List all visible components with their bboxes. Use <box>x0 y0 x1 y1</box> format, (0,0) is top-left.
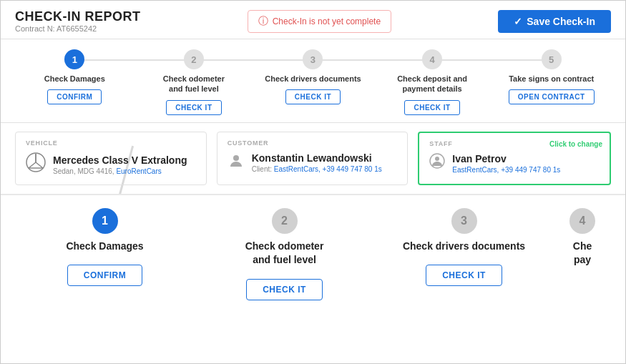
step-1-label: Check Damages <box>44 74 105 84</box>
lower-step-1-circle: 1 <box>92 208 118 234</box>
app-window: CHECK-IN REPORT Contract N: AT6655242 ⓘ … <box>0 0 626 364</box>
warning-text: Check-In is not yet complete <box>273 16 381 26</box>
step-5-circle: 5 <box>542 49 562 69</box>
customer-card-label: CUSTOMER <box>228 139 398 147</box>
lower-step-2-button[interactable]: CHECK IT <box>246 279 323 300</box>
step-2-label: Check odometerand fuel level <box>163 74 225 94</box>
lower-step-2-circle: 2 <box>272 208 298 234</box>
vehicle-card: VEHICLE Mercedes Class V Extralong Sedan… <box>15 132 207 185</box>
step-3-circle: 3 <box>303 49 323 69</box>
customer-card-content: Konstantin Lewandowski Client: EastRentC… <box>228 152 398 174</box>
vehicle-card-content: Mercedes Class V Extralong Sedan, MDG 44… <box>26 152 196 177</box>
save-label: Save Check-In <box>527 16 595 27</box>
customer-card: CUSTOMER Konstantin Lewandowski Client: … <box>217 132 409 185</box>
checkmark-icon: ✓ <box>514 16 522 27</box>
step-1-circle: 1 <box>64 49 84 69</box>
step-2-circle: 2 <box>184 49 204 69</box>
incomplete-warning: ⓘ Check-In is not yet complete <box>248 10 391 33</box>
step-3-label: Check drivers documents <box>265 74 361 84</box>
header-center: ⓘ Check-In is not yet complete <box>248 10 391 33</box>
lower-step-3-button[interactable]: CHECK IT <box>426 265 502 286</box>
vehicle-detail: Sedan, MDG 4416, EuroRentCars <box>53 167 187 175</box>
staff-name: Ivan Petrov <box>452 153 560 164</box>
customer-name: Konstantin Lewandowski <box>252 152 382 164</box>
lower-step-4-circle: 4 <box>569 208 595 234</box>
lower-step-2-label: Check odometerand fuel level <box>245 240 324 267</box>
vehicle-link[interactable]: EuroRentCars <box>116 167 161 175</box>
vehicle-info: Mercedes Class V Extralong Sedan, MDG 44… <box>53 154 187 175</box>
lower-step-3: 3 Check drivers documents CHECK IT <box>374 208 554 287</box>
staff-detail: EastRentCars, +39 449 747 80 1s <box>452 166 560 174</box>
step-2-button[interactable]: CHECK IT <box>166 100 221 115</box>
warning-icon: ⓘ <box>258 15 268 28</box>
lower-step-4-label: Chepay <box>573 240 592 267</box>
customer-icon <box>228 152 245 174</box>
step-2: 2 Check odometerand fuel level CHECK IT <box>135 49 254 115</box>
customer-detail: Client: EastRentCars, +39 449 747 80 1s <box>252 165 382 173</box>
lower-step-3-circle: 3 <box>451 208 477 234</box>
lower-step-2: 2 Check odometerand fuel level CHECK IT <box>195 208 374 300</box>
vehicle-name: Mercedes Class V Extralong <box>53 154 187 166</box>
steps-bar: 1 Check Damages CONFIRM 2 Check odometer… <box>1 39 625 123</box>
vehicle-card-label: VEHICLE <box>26 139 196 147</box>
top-header: CHECK-IN REPORT Contract N: AT6655242 ⓘ … <box>1 1 625 39</box>
step-4-label: Check deposit andpayment details <box>397 74 467 94</box>
customer-info: Konstantin Lewandowski Client: EastRentC… <box>252 152 382 173</box>
step-3: 3 Check drivers documents CHECK IT <box>253 49 373 104</box>
staff-card: STAFF Click to change Ivan Petrov EastRe… <box>418 132 611 185</box>
customer-link[interactable]: EastRentCars, +39 449 747 80 1s <box>274 165 382 173</box>
step-4: 4 Check deposit andpayment details CHECK… <box>373 49 492 115</box>
lower-step-1: 1 Check Damages CONFIRM <box>15 208 195 287</box>
contract-subtitle: Contract N: AT6655242 <box>15 24 141 33</box>
step-5: 5 Take signs on contract OPEN CONTRACT <box>491 49 611 104</box>
click-to-change[interactable]: Click to change <box>549 140 602 148</box>
step-1: 1 Check Damages CONFIRM <box>15 49 135 104</box>
save-checkin-button[interactable]: ✓ Save Check-In <box>498 10 611 33</box>
lower-section: 1 Check Damages CONFIRM 2 Check odometer… <box>1 195 625 363</box>
staff-link[interactable]: EastRentCars, +39 449 747 80 1s <box>452 166 560 174</box>
staff-icon <box>429 153 445 173</box>
lower-step-1-button[interactable]: CONFIRM <box>67 265 143 286</box>
step-3-button[interactable]: CHECK IT <box>285 89 341 104</box>
step-5-label: Take signs on contract <box>509 74 594 84</box>
svg-point-1 <box>233 155 239 161</box>
lower-step-1-label: Check Damages <box>66 240 143 254</box>
header-left: CHECK-IN REPORT Contract N: AT6655242 <box>15 9 141 33</box>
staff-info: Ivan Petrov EastRentCars, +39 449 747 80… <box>452 153 560 174</box>
step-1-button[interactable]: CONFIRM <box>47 89 102 104</box>
staff-card-content: Ivan Petrov EastRentCars, +39 449 747 80… <box>429 153 600 174</box>
customer-detail-text: Client: <box>252 165 272 173</box>
step-5-button[interactable]: OPEN CONTRACT <box>509 89 595 104</box>
vehicle-detail-text: Sedan, MDG 4416, <box>53 167 114 175</box>
page-title: CHECK-IN REPORT <box>15 9 141 24</box>
lower-step-4-partial: 4 Chepay <box>554 208 611 279</box>
lower-step-3-label: Check drivers documents <box>403 240 525 254</box>
step-4-circle: 4 <box>422 49 442 69</box>
svg-point-3 <box>435 157 439 161</box>
step-4-button[interactable]: CHECK IT <box>404 100 459 115</box>
mercedes-icon <box>26 152 46 177</box>
info-row: VEHICLE Mercedes Class V Extralong Sedan… <box>1 123 625 195</box>
